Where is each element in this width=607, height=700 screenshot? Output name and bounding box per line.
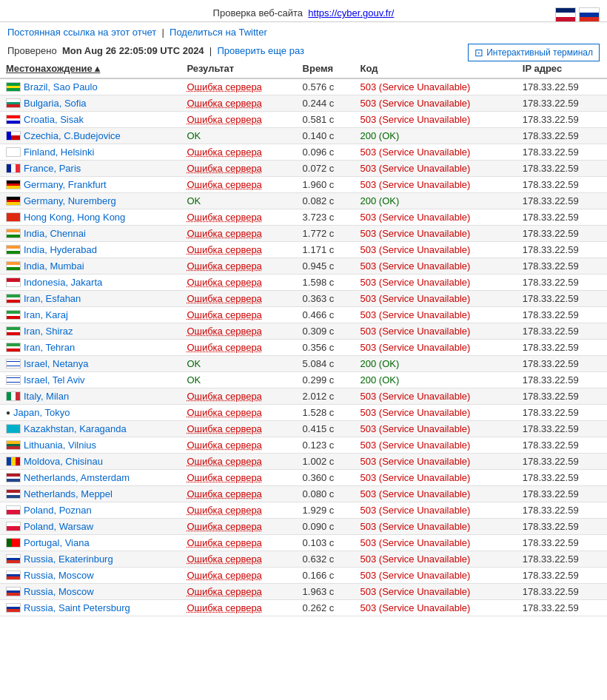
cell-code: 503 (Service Unavailable) — [355, 584, 517, 600]
cell-ip: 178.33.22.59 — [517, 535, 607, 551]
cell-code: 503 (Service Unavailable) — [355, 421, 517, 437]
cell-time: 0.581 с — [297, 112, 355, 128]
location-link[interactable]: Iran, Karaj — [24, 309, 68, 320]
location-link[interactable]: Japan, Tokyo — [13, 407, 70, 418]
location-link[interactable]: Lithuania, Vilnius — [24, 440, 96, 451]
location-link[interactable]: Bulgaria, Sofia — [24, 98, 87, 109]
location-link[interactable]: Brazil, Sao Paulo — [24, 81, 98, 92]
cell-location: Iran, Karaj — [0, 307, 181, 323]
flag-icon-ir — [6, 343, 21, 352]
location-link[interactable]: Czechia, C.Budejovice — [24, 130, 121, 141]
col-ip[interactable]: IP адрес — [517, 59, 607, 78]
en-flag-icon[interactable] — [555, 7, 576, 22]
table-row: Finland, HelsinkiОшибка сервера0.096 с50… — [0, 144, 607, 161]
permalink-link[interactable]: Постоянная ссылка на этот отчет — [7, 27, 156, 38]
cell-result: Ошибка сервера — [181, 454, 296, 470]
site-url-link[interactable]: https://cyber.gouv.fr/ — [308, 7, 394, 18]
cell-time: 1.002 с — [297, 454, 355, 470]
cell-code: 503 (Service Unavailable) — [355, 535, 517, 551]
cell-location: Iran, Esfahan — [0, 291, 181, 307]
flag-icon-pl — [6, 522, 21, 531]
cell-code: 503 (Service Unavailable) — [355, 275, 517, 291]
flag-icon-hk — [6, 212, 21, 222]
location-link[interactable]: Kazakhstan, Karaganda — [24, 423, 127, 434]
location-link[interactable]: Russia, Moscow — [24, 586, 94, 597]
location-link[interactable]: India, Chennai — [24, 228, 86, 239]
location-link[interactable]: Italy, Milan — [24, 391, 69, 402]
flag-icon-bg — [6, 98, 21, 108]
cell-time: 0.103 с — [297, 535, 355, 551]
location-link[interactable]: Indonesia, Jakarta — [24, 277, 102, 288]
table-row: India, ChennaiОшибка сервера1.772 с503 (… — [0, 226, 607, 242]
location-link[interactable]: Netherlands, Meppel — [24, 488, 113, 499]
subheader: Постоянная ссылка на этот отчет | Подели… — [0, 22, 607, 42]
table-row: Israel, NetanyaOK5.084 с200 (OK)178.33.2… — [0, 356, 607, 372]
location-link[interactable]: Portugal, Viana — [24, 537, 90, 548]
results-table: Местонахождение ▴ Результат Время Код IP… — [0, 59, 607, 616]
interactive-terminal-button[interactable]: ⊡ Интерактивный терминал — [468, 44, 600, 61]
cell-code: 503 (Service Unavailable) — [355, 144, 517, 161]
col-code[interactable]: Код — [355, 59, 517, 78]
cell-location: Lithuania, Vilnius — [0, 437, 181, 454]
recheck-link[interactable]: Проверить еще раз — [217, 45, 304, 56]
ru-flag-icon[interactable] — [579, 7, 600, 22]
cell-ip: 178.33.22.59 — [517, 226, 607, 242]
cell-result: Ошибка сервера — [181, 551, 296, 568]
table-row: Croatia, SisakОшибка сервера0.581 с503 (… — [0, 112, 607, 128]
cell-result: Ошибка сервера — [181, 307, 296, 323]
cell-time: 0.082 с — [297, 193, 355, 209]
location-link[interactable]: Russia, Moscow — [24, 570, 94, 581]
cell-time: 0.415 с — [297, 421, 355, 437]
cell-location: Brazil, Sao Paulo — [0, 78, 181, 95]
location-link[interactable]: Poland, Warsaw — [24, 521, 93, 532]
col-time[interactable]: Время — [297, 59, 355, 78]
cell-result: Ошибка сервера — [181, 177, 296, 193]
cell-result: Ошибка сервера — [181, 535, 296, 551]
flag-icon-br — [6, 82, 21, 92]
location-link[interactable]: Iran, Tehran — [24, 342, 75, 353]
location-link[interactable]: Russia, Saint Petersburg — [24, 602, 130, 613]
location-link[interactable]: Poland, Poznan — [24, 505, 92, 516]
flag-icon-nl — [6, 473, 21, 482]
location-link[interactable]: Israel, Netanya — [24, 358, 88, 369]
cell-location: India, Hyderabad — [0, 242, 181, 258]
location-link[interactable]: Finland, Helsinki — [24, 147, 94, 158]
cell-code: 503 (Service Unavailable) — [355, 437, 517, 454]
location-link[interactable]: Iran, Shiraz — [24, 326, 73, 337]
cell-location: India, Chennai — [0, 226, 181, 242]
flag-icon-de — [6, 196, 21, 206]
location-link[interactable]: Germany, Frankfurt — [24, 179, 107, 190]
flag-icon-it — [6, 391, 21, 401]
cell-time: 0.080 с — [297, 486, 355, 502]
table-row: France, ParisОшибка сервера0.072 с503 (S… — [0, 161, 607, 177]
location-link[interactable]: Israel, Tel Aviv — [24, 374, 85, 386]
location-link[interactable]: Hong Kong, Hong Kong — [24, 212, 125, 223]
location-link[interactable]: India, Mumbai — [24, 260, 84, 272]
table-row: Iran, EsfahanОшибка сервера0.363 с503 (S… — [0, 291, 607, 307]
col-location[interactable]: Местонахождение ▴ — [0, 59, 181, 78]
cell-location: Croatia, Sisak — [0, 112, 181, 128]
cell-result: Ошибка сервера — [181, 502, 296, 519]
cell-time: 0.360 с — [297, 470, 355, 486]
location-link[interactable]: Russia, Ekaterinburg — [24, 553, 113, 565]
location-link[interactable]: Moldova, Chisinau — [24, 456, 103, 467]
location-link[interactable]: Iran, Esfahan — [24, 293, 81, 304]
table-row: Germany, NurembergOK0.082 с200 (OK)178.3… — [0, 193, 607, 209]
location-link[interactable]: France, Paris — [24, 163, 81, 174]
cell-code: 200 (OK) — [355, 372, 517, 388]
language-icons — [555, 7, 600, 22]
location-link[interactable]: India, Hyderabad — [24, 244, 97, 255]
twitter-share-link[interactable]: Поделиться на Twitter — [170, 27, 267, 38]
table-row: Russia, MoscowОшибка сервера0.166 с503 (… — [0, 568, 607, 584]
location-link[interactable]: Croatia, Sisak — [24, 114, 84, 125]
table-row: Iran, TehranОшибка сервера0.356 с503 (Se… — [0, 340, 607, 356]
col-result[interactable]: Результат — [181, 59, 296, 78]
flag-icon-ru — [6, 554, 21, 564]
cell-code: 503 (Service Unavailable) — [355, 551, 517, 568]
flag-icon-in — [6, 245, 21, 255]
location-link[interactable]: Netherlands, Amsterdam — [24, 472, 130, 483]
cell-result: Ошибка сервера — [181, 258, 296, 275]
location-link[interactable]: Germany, Nuremberg — [24, 195, 116, 206]
cell-result: Ошибка сервера — [181, 519, 296, 535]
cell-location: Germany, Nuremberg — [0, 193, 181, 209]
